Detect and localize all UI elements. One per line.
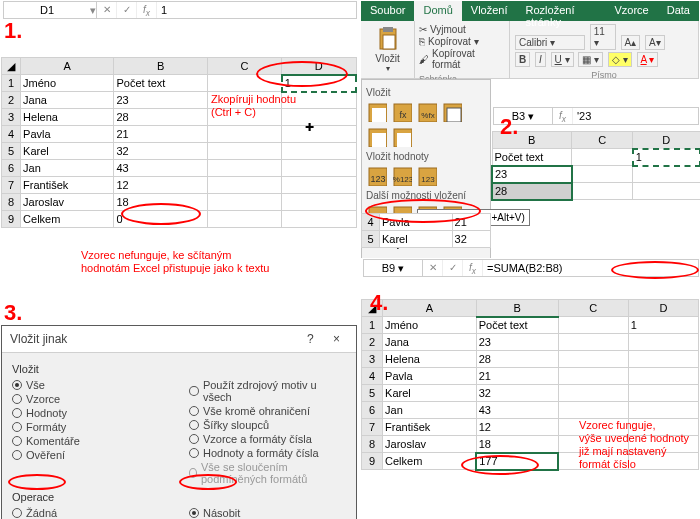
- radio-all[interactable]: Vše: [12, 379, 169, 391]
- tab-layout[interactable]: Rozložení stránky: [517, 1, 606, 21]
- cell-copy-selection[interactable]: 1: [633, 149, 700, 166]
- col-header[interactable]: C: [572, 132, 633, 149]
- cell-selection[interactable]: 28: [492, 183, 572, 200]
- bold-button[interactable]: B: [515, 52, 530, 67]
- cell[interactable]: [572, 183, 633, 200]
- cell[interactable]: Jan: [383, 402, 477, 419]
- cell[interactable]: [207, 194, 281, 211]
- fill-color-button[interactable]: ◇ ▾: [608, 52, 632, 67]
- fx-icon[interactable]: fx: [463, 260, 483, 276]
- cell[interactable]: Helena: [21, 109, 114, 126]
- confirm-icon[interactable]: ✓: [443, 260, 463, 276]
- cell[interactable]: Jan: [21, 160, 114, 177]
- radio-formulas-numfmt[interactable]: Vzorce a formáty čísla: [189, 433, 346, 445]
- paste-option-icon[interactable]: [441, 101, 463, 123]
- confirm-icon[interactable]: ✓: [117, 2, 137, 18]
- cell[interactable]: František: [21, 177, 114, 194]
- formula-value[interactable]: =SUMA(B2:B8): [483, 262, 563, 274]
- cell[interactable]: 28: [114, 109, 207, 126]
- cell[interactable]: [207, 143, 281, 160]
- name-box[interactable]: D1 ▾: [3, 1, 97, 19]
- cell[interactable]: [628, 385, 698, 402]
- row-header[interactable]: 2: [2, 92, 21, 109]
- radio-formulas[interactable]: Vzorce: [12, 393, 169, 405]
- cell[interactable]: Počet text: [476, 317, 558, 334]
- cell[interactable]: [558, 402, 628, 419]
- cell[interactable]: Jana: [21, 92, 114, 109]
- row-header[interactable]: 5: [2, 143, 21, 160]
- cell[interactable]: 43: [476, 402, 558, 419]
- paste-option-icon[interactable]: [391, 126, 413, 148]
- cell[interactable]: [633, 183, 700, 200]
- formula-bar[interactable]: fx '23: [553, 107, 699, 125]
- row-header[interactable]: 5: [362, 231, 380, 248]
- cell[interactable]: 21: [476, 368, 558, 385]
- italic-button[interactable]: I: [535, 52, 546, 67]
- paste-values-icon[interactable]: 123: [366, 165, 388, 187]
- cell[interactable]: [207, 211, 281, 228]
- row-header[interactable]: 8: [362, 436, 383, 453]
- tab-data[interactable]: Data: [658, 1, 699, 21]
- tab-insert[interactable]: Vložení: [462, 1, 517, 21]
- cell[interactable]: Jméno: [383, 317, 477, 334]
- name-box[interactable]: B9 ▾: [363, 259, 423, 277]
- paste-option-icon[interactable]: [366, 101, 388, 123]
- tab-formulas[interactable]: Vzorce: [606, 1, 658, 21]
- cell[interactable]: 1: [628, 317, 698, 334]
- cell-selection[interactable]: 23: [492, 166, 572, 183]
- col-header[interactable]: D: [628, 300, 698, 317]
- cell[interactable]: 43: [114, 160, 207, 177]
- paste-button[interactable]: Vložit ▾: [361, 21, 415, 78]
- cell[interactable]: Karel: [21, 143, 114, 160]
- cell[interactable]: [282, 211, 356, 228]
- row-header[interactable]: 4: [2, 126, 21, 143]
- row-header[interactable]: 2: [362, 334, 383, 351]
- cell[interactable]: Počet text: [114, 75, 207, 92]
- cell[interactable]: 23: [114, 92, 207, 109]
- fx-icon[interactable]: fx: [137, 2, 157, 18]
- cancel-icon[interactable]: ✕: [423, 260, 443, 276]
- cell[interactable]: [628, 402, 698, 419]
- cancel-icon[interactable]: ✕: [97, 2, 117, 18]
- row-header[interactable]: 1: [362, 317, 383, 334]
- formula-value[interactable]: '23: [573, 110, 591, 122]
- tab-file[interactable]: Soubor: [361, 1, 414, 21]
- cell[interactable]: [282, 177, 356, 194]
- cell[interactable]: [207, 177, 281, 194]
- cell[interactable]: 32: [452, 231, 490, 248]
- row-header[interactable]: 7: [362, 419, 383, 436]
- row-header[interactable]: 4: [362, 368, 383, 385]
- row-header[interactable]: 6: [362, 402, 383, 419]
- help-button[interactable]: ?: [299, 330, 322, 348]
- shrink-font-button[interactable]: A▾: [645, 35, 665, 50]
- col-header[interactable]: A: [21, 58, 114, 75]
- row-header[interactable]: 9: [2, 211, 21, 228]
- font-color-button[interactable]: A ▾: [637, 52, 659, 67]
- radio-comments[interactable]: Komentáře: [12, 435, 169, 447]
- paste-values-icon[interactable]: %123: [391, 165, 413, 187]
- copy-button[interactable]: ⎘Kopírovat ▾: [419, 36, 505, 47]
- cell[interactable]: 18: [476, 436, 558, 453]
- cell[interactable]: Celkem: [21, 211, 114, 228]
- cell[interactable]: [282, 194, 356, 211]
- paste-option-icon[interactable]: [366, 126, 388, 148]
- row-header[interactable]: 6: [2, 160, 21, 177]
- format-painter-button[interactable]: 🖌Kopírovat formát: [419, 48, 505, 70]
- radio-theme[interactable]: Použít zdrojový motiv u všech: [189, 379, 346, 403]
- radio-op-multiply[interactable]: Násobit: [189, 507, 346, 519]
- paste-option-icon[interactable]: fx: [391, 101, 413, 123]
- border-button[interactable]: ▦ ▾: [578, 52, 603, 67]
- cell[interactable]: Pavla: [21, 126, 114, 143]
- row-header[interactable]: 3: [362, 351, 383, 368]
- cell[interactable]: [558, 368, 628, 385]
- cell[interactable]: 32: [114, 143, 207, 160]
- col-header[interactable]: A: [383, 300, 477, 317]
- cell[interactable]: Počet text: [492, 149, 572, 166]
- sheet-grid[interactable]: B C D Počet text1 23 28: [491, 131, 700, 201]
- cell[interactable]: Karel: [383, 385, 477, 402]
- font-select[interactable]: Calibri ▾: [515, 35, 585, 50]
- cell[interactable]: [628, 368, 698, 385]
- radio-formats[interactable]: Formáty: [12, 421, 169, 433]
- cell[interactable]: [628, 334, 698, 351]
- chevron-down-icon[interactable]: ▾: [90, 2, 96, 18]
